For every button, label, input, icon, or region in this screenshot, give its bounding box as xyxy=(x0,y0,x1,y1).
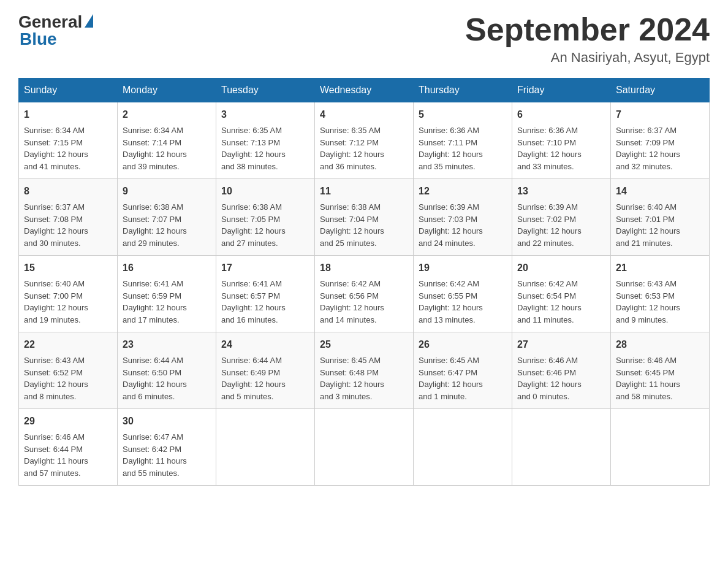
day-number: 21 xyxy=(616,261,704,275)
day-info: Sunrise: 6:41 AMSunset: 6:57 PMDaylight:… xyxy=(221,278,309,326)
day-number: 12 xyxy=(419,184,507,199)
calendar-cell xyxy=(315,409,414,486)
calendar-cell: 18Sunrise: 6:42 AMSunset: 6:56 PMDayligh… xyxy=(315,256,414,332)
header-cell-wednesday: Wednesday xyxy=(315,79,414,102)
calendar-cell: 7Sunrise: 6:37 AMSunset: 7:09 PMDaylight… xyxy=(611,102,710,179)
day-info: Sunrise: 6:44 AMSunset: 6:49 PMDaylight:… xyxy=(221,354,309,402)
day-info: Sunrise: 6:36 AMSunset: 7:10 PMDaylight:… xyxy=(517,124,605,172)
day-number: 7 xyxy=(616,107,704,122)
day-number: 28 xyxy=(616,337,704,352)
calendar-header-row: SundayMondayTuesdayWednesdayThursdayFrid… xyxy=(19,79,710,102)
calendar-title: September 2024 xyxy=(465,12,710,47)
day-number: 29 xyxy=(24,414,112,429)
calendar-cell: 11Sunrise: 6:38 AMSunset: 7:04 PMDayligh… xyxy=(315,179,414,256)
header-cell-tuesday: Tuesday xyxy=(216,79,315,102)
calendar-table: SundayMondayTuesdayWednesdayThursdayFrid… xyxy=(18,78,710,486)
day-info: Sunrise: 6:37 AMSunset: 7:08 PMDaylight:… xyxy=(24,201,112,249)
calendar-cell xyxy=(611,409,710,486)
title-block: September 2024 An Nasiriyah, Asyut, Egyp… xyxy=(465,12,710,66)
day-number: 23 xyxy=(123,337,211,352)
day-number: 14 xyxy=(616,184,704,199)
day-number: 15 xyxy=(24,261,112,275)
day-info: Sunrise: 6:38 AMSunset: 7:05 PMDaylight:… xyxy=(221,201,309,249)
calendar-cell: 1Sunrise: 6:34 AMSunset: 7:15 PMDaylight… xyxy=(19,102,118,179)
calendar-cell xyxy=(414,409,512,486)
day-info: Sunrise: 6:38 AMSunset: 7:07 PMDaylight:… xyxy=(123,201,211,249)
calendar-cell: 4Sunrise: 6:35 AMSunset: 7:12 PMDaylight… xyxy=(315,102,414,179)
header-cell-friday: Friday xyxy=(512,79,611,102)
day-number: 27 xyxy=(517,337,605,352)
calendar-cell: 15Sunrise: 6:40 AMSunset: 7:00 PMDayligh… xyxy=(19,256,118,332)
day-number: 22 xyxy=(24,337,112,352)
day-info: Sunrise: 6:40 AMSunset: 7:00 PMDaylight:… xyxy=(24,278,112,326)
day-info: Sunrise: 6:47 AMSunset: 6:42 PMDaylight:… xyxy=(123,431,211,479)
day-number: 13 xyxy=(517,184,605,199)
calendar-cell: 3Sunrise: 6:35 AMSunset: 7:13 PMDaylight… xyxy=(216,102,315,179)
logo-text-blue: Blue xyxy=(20,29,57,49)
day-info: Sunrise: 6:38 AMSunset: 7:04 PMDaylight:… xyxy=(320,201,408,249)
calendar-location: An Nasiriyah, Asyut, Egypt xyxy=(465,50,710,66)
day-number: 20 xyxy=(517,261,605,275)
day-info: Sunrise: 6:44 AMSunset: 6:50 PMDaylight:… xyxy=(123,354,211,402)
day-number: 9 xyxy=(123,184,211,199)
day-info: Sunrise: 6:35 AMSunset: 7:13 PMDaylight:… xyxy=(221,124,309,172)
calendar-cell: 22Sunrise: 6:43 AMSunset: 6:52 PMDayligh… xyxy=(19,332,118,409)
calendar-cell: 21Sunrise: 6:43 AMSunset: 6:53 PMDayligh… xyxy=(611,256,710,332)
calendar-cell: 14Sunrise: 6:40 AMSunset: 7:01 PMDayligh… xyxy=(611,179,710,256)
day-info: Sunrise: 6:39 AMSunset: 7:02 PMDaylight:… xyxy=(517,201,605,249)
calendar-cell: 20Sunrise: 6:42 AMSunset: 6:54 PMDayligh… xyxy=(512,256,611,332)
calendar-cell xyxy=(512,409,611,486)
day-info: Sunrise: 6:46 AMSunset: 6:45 PMDaylight:… xyxy=(616,354,704,402)
calendar-cell: 13Sunrise: 6:39 AMSunset: 7:02 PMDayligh… xyxy=(512,179,611,256)
day-number: 3 xyxy=(221,107,309,122)
day-number: 11 xyxy=(320,184,408,199)
day-number: 24 xyxy=(221,337,309,352)
page-header: General Blue September 2024 An Nasiriyah… xyxy=(18,12,710,66)
header-cell-sunday: Sunday xyxy=(19,79,118,102)
calendar-cell: 30Sunrise: 6:47 AMSunset: 6:42 PMDayligh… xyxy=(118,409,216,486)
day-info: Sunrise: 6:41 AMSunset: 6:59 PMDaylight:… xyxy=(123,278,211,326)
calendar-week-row: 1Sunrise: 6:34 AMSunset: 7:15 PMDaylight… xyxy=(19,102,710,179)
day-info: Sunrise: 6:42 AMSunset: 6:56 PMDaylight:… xyxy=(320,278,408,326)
day-info: Sunrise: 6:43 AMSunset: 6:52 PMDaylight:… xyxy=(24,354,112,402)
day-number: 18 xyxy=(320,261,408,275)
header-cell-saturday: Saturday xyxy=(611,79,710,102)
day-info: Sunrise: 6:34 AMSunset: 7:14 PMDaylight:… xyxy=(123,124,211,172)
calendar-cell: 9Sunrise: 6:38 AMSunset: 7:07 PMDaylight… xyxy=(118,179,216,256)
calendar-cell: 8Sunrise: 6:37 AMSunset: 7:08 PMDaylight… xyxy=(19,179,118,256)
day-info: Sunrise: 6:34 AMSunset: 7:15 PMDaylight:… xyxy=(24,124,112,172)
calendar-cell: 23Sunrise: 6:44 AMSunset: 6:50 PMDayligh… xyxy=(118,332,216,409)
logo-triangle-icon xyxy=(85,14,93,28)
day-info: Sunrise: 6:46 AMSunset: 6:46 PMDaylight:… xyxy=(517,354,605,402)
day-info: Sunrise: 6:45 AMSunset: 6:47 PMDaylight:… xyxy=(419,354,507,402)
day-number: 17 xyxy=(221,261,309,275)
calendar-cell: 26Sunrise: 6:45 AMSunset: 6:47 PMDayligh… xyxy=(414,332,512,409)
calendar-cell: 2Sunrise: 6:34 AMSunset: 7:14 PMDaylight… xyxy=(118,102,216,179)
calendar-cell: 19Sunrise: 6:42 AMSunset: 6:55 PMDayligh… xyxy=(414,256,512,332)
day-number: 30 xyxy=(123,414,211,429)
day-number: 5 xyxy=(419,107,507,122)
day-number: 8 xyxy=(24,184,112,199)
day-info: Sunrise: 6:42 AMSunset: 6:54 PMDaylight:… xyxy=(517,278,605,326)
calendar-cell xyxy=(216,409,315,486)
header-cell-monday: Monday xyxy=(118,79,216,102)
day-info: Sunrise: 6:35 AMSunset: 7:12 PMDaylight:… xyxy=(320,124,408,172)
day-number: 25 xyxy=(320,337,408,352)
day-info: Sunrise: 6:40 AMSunset: 7:01 PMDaylight:… xyxy=(616,201,704,249)
calendar-cell: 5Sunrise: 6:36 AMSunset: 7:11 PMDaylight… xyxy=(414,102,512,179)
calendar-week-row: 29Sunrise: 6:46 AMSunset: 6:44 PMDayligh… xyxy=(19,409,710,486)
day-number: 10 xyxy=(221,184,309,199)
calendar-cell: 10Sunrise: 6:38 AMSunset: 7:05 PMDayligh… xyxy=(216,179,315,256)
logo: General Blue xyxy=(18,12,93,49)
calendar-cell: 16Sunrise: 6:41 AMSunset: 6:59 PMDayligh… xyxy=(118,256,216,332)
day-number: 6 xyxy=(517,107,605,122)
calendar-week-row: 8Sunrise: 6:37 AMSunset: 7:08 PMDaylight… xyxy=(19,179,710,256)
day-number: 26 xyxy=(419,337,507,352)
header-cell-thursday: Thursday xyxy=(414,79,512,102)
day-number: 4 xyxy=(320,107,408,122)
day-info: Sunrise: 6:46 AMSunset: 6:44 PMDaylight:… xyxy=(24,431,112,479)
day-info: Sunrise: 6:39 AMSunset: 7:03 PMDaylight:… xyxy=(419,201,507,249)
day-number: 19 xyxy=(419,261,507,275)
calendar-cell: 6Sunrise: 6:36 AMSunset: 7:10 PMDaylight… xyxy=(512,102,611,179)
day-number: 1 xyxy=(24,107,112,122)
